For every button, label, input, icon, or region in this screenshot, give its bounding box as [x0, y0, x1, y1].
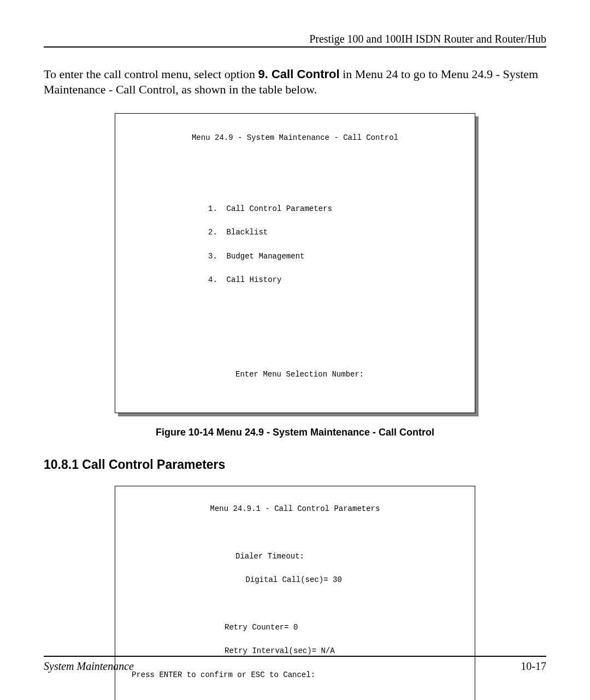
terminal-box-1: Menu 24.9 - System Maintenance - Call Co…	[115, 113, 475, 413]
figure-1-caption: Figure 10-14 Menu 24.9 - System Maintena…	[44, 427, 546, 438]
menu1-prompt: Enter Menu Selection Number:	[115, 369, 475, 381]
footer-section-name: System Maintenance	[44, 660, 134, 673]
menu2-digital-call: Digital Call(sec)= 30	[115, 574, 475, 586]
footer-page-number: 10-17	[521, 660, 546, 673]
document-page: Prestige 100 and 100IH ISDN Router and R…	[0, 0, 590, 700]
menu1-title: Menu 24.9 - System Maintenance - Call Co…	[115, 132, 475, 144]
intro-bold-text: 9. Call Control	[258, 67, 340, 81]
intro-prefix-text: To enter the call control menu, select o…	[44, 67, 258, 81]
menu1-item-1: 1. Call Control Parameters	[115, 203, 475, 215]
menu2-retry-counter: Retry Counter= 0	[115, 622, 475, 634]
intro-paragraph: To enter the call control menu, select o…	[44, 67, 546, 97]
menu1-item-4: 4. Call History	[115, 274, 475, 286]
terminal-screen-1: Menu 24.9 - System Maintenance - Call Co…	[115, 113, 475, 413]
menu1-item-2: 2. Blacklist	[115, 227, 475, 239]
header-title: Prestige 100 and 100IH ISDN Router and R…	[44, 33, 546, 45]
menu2-dialer-timeout: Dialer Timeout:	[115, 551, 475, 563]
header-rule: Prestige 100 and 100IH ISDN Router and R…	[44, 33, 546, 48]
menu1-item-3: 3. Budget Management	[115, 251, 475, 263]
menu2-title: Menu 24.9.1 - Call Control Parameters	[115, 503, 475, 515]
section-heading: 10.8.1 Call Control Parameters	[44, 457, 546, 472]
page-footer: System Maintenance 10-17	[44, 656, 546, 673]
